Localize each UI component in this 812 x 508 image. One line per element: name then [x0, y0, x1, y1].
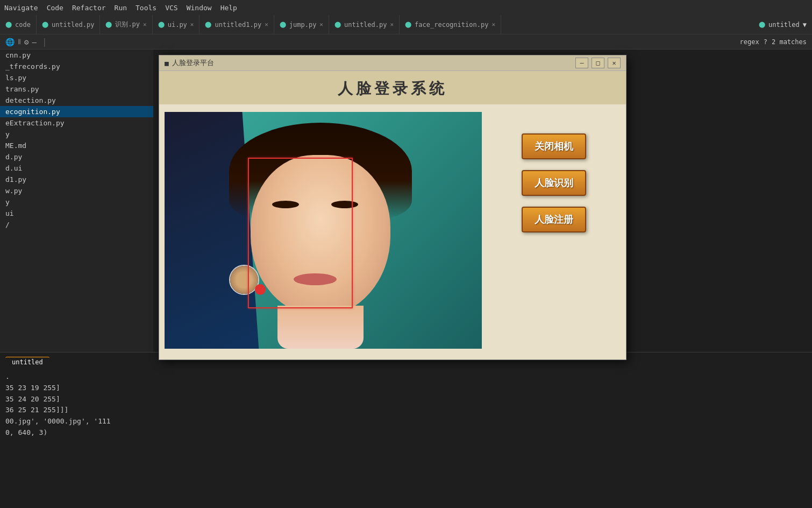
terminal-panel: untitled . 35 23 19 255] 35 24 20 255] 3… — [0, 352, 812, 508]
tab-untitledpy[interactable]: ⬤ untitled.py ✕ — [329, 15, 400, 34]
tab-识别py[interactable]: ⬤ 识别.py ✕ — [100, 15, 152, 34]
dialog-title-icon: ■ — [165, 59, 169, 67]
toolbar-icon-minus[interactable]: — — [32, 38, 36, 46]
tab-close-jumppy[interactable]: ✕ — [319, 21, 323, 28]
menu-code[interactable]: Code — [47, 4, 63, 12]
tab-close-facerecognitionpy[interactable]: ✕ — [492, 21, 495, 28]
camera-feed-area — [165, 112, 482, 349]
face-register-button[interactable]: 人脸注册 — [522, 207, 586, 232]
face-login-dialog: ■ 人脸登录平台 — □ ✕ 人脸登录系统 — [159, 55, 626, 360]
terminal-line-5: 0, 640, 3) — [5, 427, 807, 439]
sidebar-item-dpy[interactable]: d.py — [0, 151, 153, 163]
sidebar-item-ui[interactable]: ui — [0, 208, 153, 219]
sidebar-item-slash[interactable]: / — [0, 219, 153, 230]
sidebar-item-dui[interactable]: d.ui — [0, 163, 153, 174]
terminal-line-2: 35 24 20 255] — [5, 394, 807, 405]
sidebar-item-ecognitionpy[interactable]: ecognition.py — [0, 106, 153, 117]
dialog-header-title: 人脸登录系统 — [159, 71, 626, 104]
menu-help[interactable]: Help — [220, 4, 237, 12]
terminal-line-1: 35 23 19 255] — [5, 383, 807, 394]
dialog-content: 关闭相机 人脸识别 人脸注册 — [159, 104, 626, 359]
sidebar-item-wpy[interactable]: w.py — [0, 185, 153, 196]
sidebar-item-eextractionpy[interactable]: eExtraction.py — [0, 117, 153, 129]
toolbar-icon-gear[interactable]: ⚙ — [24, 38, 29, 46]
sidebar-item-transpy[interactable]: trans.py — [0, 83, 153, 95]
face-detection-rect — [248, 158, 353, 308]
menu-refactor[interactable]: Refactor — [72, 4, 106, 12]
terminal-line-4: 00.jpg', '0000.jpg', '111 — [5, 416, 807, 427]
menu-tools[interactable]: Tools — [136, 4, 156, 12]
menu-run[interactable]: Run — [115, 4, 127, 12]
sidebar-item-memd[interactable]: ME.md — [0, 140, 153, 151]
tab-project[interactable]: ⬤ code — [0, 15, 37, 34]
terminal-line-3: 36 25 21 255]]] — [5, 405, 807, 416]
search-regex-label: regex — [740, 38, 759, 46]
top-right-dropdown[interactable]: ▼ — [803, 21, 807, 29]
dialog-maximize-button[interactable]: □ — [592, 58, 604, 68]
dialog-title-text: 人脸登录平台 — [172, 58, 214, 68]
menu-bar: Navigate Code Refactor Run Tools VCS Win… — [0, 0, 812, 15]
tab-jumppy[interactable]: ⬤ jump.py ✕ — [274, 15, 329, 34]
menu-vcs[interactable]: VCS — [165, 4, 177, 12]
tab-close-识别py[interactable]: ✕ — [143, 21, 147, 28]
tab-close-untitled1py[interactable]: ✕ — [265, 21, 268, 28]
menu-navigate[interactable]: Navigate — [4, 4, 38, 12]
dialog-body: 人脸登录系统 — [159, 71, 626, 359]
buttons-panel: 关闭相机 人脸识别 人脸注册 — [493, 112, 615, 349]
tab-facerecognitionpy[interactable]: ⬤ face_recognition.py ✕ — [400, 15, 501, 34]
tab-close-untitledpy[interactable]: ✕ — [390, 21, 394, 28]
sidebar-item-y2[interactable]: y — [0, 196, 153, 208]
top-right-untitled: untitled — [768, 21, 800, 29]
tab-uipy[interactable]: ⬤ ui.py ✕ — [153, 15, 200, 34]
terminal-tab[interactable]: untitled — [5, 357, 49, 367]
dialog-close-button[interactable]: ✕ — [608, 58, 621, 68]
dialog-controls: — □ ✕ — [575, 58, 621, 68]
breadcrumb-bar: 🌐 ⫴ ⚙ — | regex ? 2 matches — [0, 34, 812, 50]
sidebar-item-cnnpy[interactable]: cnn.py — [0, 50, 153, 61]
sidebar-item-tfrecordspy[interactable]: _tfrecords.py — [0, 61, 153, 72]
toolbar-icon-split[interactable]: ⫴ — [18, 37, 21, 46]
sidebar-item-y1[interactable]: y — [0, 129, 153, 140]
dialog-title: ■ 人脸登录平台 — [165, 58, 214, 68]
terminal-line-0: . — [5, 371, 807, 383]
sidebar-item-detectionpy[interactable]: detection.py — [0, 95, 153, 106]
dialog-minimize-button[interactable]: — — [575, 58, 588, 68]
camera-neck — [277, 306, 364, 349]
toolbar-icon-globe: 🌐 — [5, 38, 15, 46]
close-camera-button[interactable]: 关闭相机 — [522, 133, 586, 159]
search-matches-count: 2 matches — [772, 38, 807, 46]
menu-window[interactable]: Window — [187, 4, 212, 12]
sidebar-item-lspy[interactable]: ls.py — [0, 72, 153, 83]
tab-untitled1py[interactable]: ⬤ untitled1.py ✕ — [200, 15, 274, 34]
sidebar-item-d1py[interactable]: d1.py — [0, 174, 153, 185]
dialog-titlebar: ■ 人脸登录平台 — □ ✕ — [159, 55, 626, 71]
tab-current-file[interactable]: ⬤ untitled.py — [37, 15, 100, 34]
tab-close-uipy[interactable]: ✕ — [190, 21, 194, 28]
terminal-content: . 35 23 19 255] 35 24 20 255] 36 25 21 2… — [5, 371, 807, 439]
face-recognize-button[interactable]: 人脸识别 — [522, 170, 586, 196]
tabs-bar: ⬤ code ⬤ untitled.py ⬤ 识别.py ✕ ⬤ ui.py ✕… — [0, 15, 812, 34]
search-help-icon[interactable]: ? — [764, 38, 767, 46]
